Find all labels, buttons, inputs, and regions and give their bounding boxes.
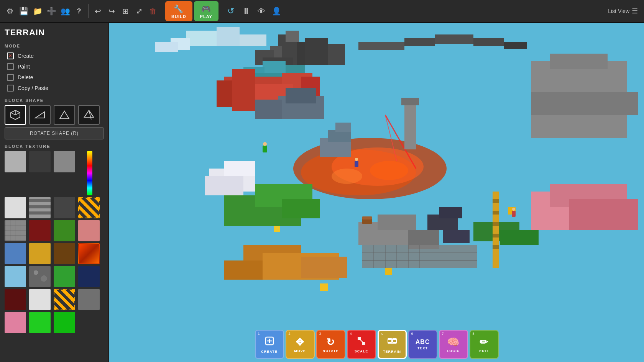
texture-light-gray[interactable] (5, 151, 26, 172)
svg-rect-11 (217, 27, 240, 46)
rotate-tool-button[interactable]: 3 ↻ ROTATE (316, 330, 345, 359)
svg-rect-24 (404, 38, 435, 46)
divider-1 (88, 4, 89, 18)
texture-white-stripe[interactable] (5, 197, 26, 218)
texture-hazard2[interactable] (54, 289, 75, 310)
bottom-toolbar: 1 CREATE 2 ✥ MOVE 3 (109, 330, 644, 362)
texture-dark-red[interactable] (29, 220, 51, 241)
copy-layout-icon[interactable]: ⊞ (119, 5, 131, 17)
rotate-shape-button[interactable]: ROTATE SHAPE (R) (5, 127, 104, 139)
expand-icon[interactable]: ⤢ (133, 5, 145, 17)
shape-pyramid[interactable] (78, 105, 100, 125)
texture-cobble[interactable] (29, 266, 51, 287)
shape-wedge[interactable] (54, 105, 75, 125)
build-button[interactable]: 🔧 BUILD (165, 1, 192, 21)
list-view-label: List View (608, 8, 629, 14)
move-tool-icon: ✥ (296, 336, 304, 348)
texture-pink[interactable] (5, 312, 26, 333)
mode-paint[interactable]: Paint (5, 61, 104, 72)
texture-white[interactable] (29, 289, 51, 310)
svg-rect-35 (217, 80, 232, 107)
terrain-scene (109, 23, 644, 362)
mode-paint-checkbox[interactable] (7, 63, 14, 70)
scale-tool-button[interactable]: 4 SCALE (347, 330, 376, 359)
color-slider[interactable] (87, 151, 92, 195)
mode-delete[interactable]: Delete (5, 72, 104, 83)
mode-delete-checkbox[interactable] (7, 74, 14, 81)
create-tool-button[interactable]: 1 CREATE (255, 330, 284, 359)
settings-icon[interactable]: ⚙ (4, 5, 16, 17)
mode-copy-paste-checkbox[interactable] (7, 85, 14, 92)
texture-grid (5, 151, 104, 333)
svg-rect-68 (385, 268, 392, 275)
logic-tool-button[interactable]: 7 🧠 LOGIC (439, 330, 468, 359)
svg-rect-18 (286, 31, 299, 42)
list-view-button[interactable]: List View ☰ (608, 7, 638, 15)
texture-tile[interactable] (5, 220, 26, 241)
refresh-icon[interactable]: ↺ (225, 5, 237, 17)
texture-dark-red2[interactable] (5, 289, 26, 310)
delete-icon[interactable]: 🗑 (147, 5, 159, 17)
play-gamepad-icon: 🎮 (201, 4, 211, 13)
texture-green2[interactable] (54, 266, 75, 287)
mode-create[interactable]: ✕ Create (5, 51, 104, 61)
texture-green[interactable] (54, 220, 75, 241)
logic-tool-icon: 🧠 (447, 336, 460, 348)
texture-bright-green2[interactable] (54, 312, 75, 333)
shape-slope[interactable] (29, 105, 51, 125)
save-icon[interactable]: 💾 (18, 5, 30, 17)
svg-rect-102 (443, 230, 470, 243)
help-icon[interactable]: ? (73, 5, 85, 17)
move-tool-button[interactable]: 2 ✥ MOVE (286, 330, 315, 359)
mode-copy-paste[interactable]: Copy / Paste (5, 83, 104, 93)
texture-lava[interactable] (78, 243, 100, 264)
undo-icon[interactable]: ↩ (92, 5, 104, 17)
redo-icon[interactable]: ↪ (105, 5, 118, 17)
texture-dirt[interactable] (54, 243, 75, 264)
add-icon[interactable]: ➕ (45, 5, 58, 17)
eye-icon[interactable]: 👁 (255, 5, 268, 17)
scale-tool-label: SCALE (355, 349, 368, 353)
text-tool-button[interactable]: 6 ABC TEXT (408, 330, 437, 359)
play-button[interactable]: 🎮 PLAY (194, 1, 219, 21)
texture-dark-blue[interactable] (78, 266, 100, 287)
mode-create-checkbox[interactable]: ✕ (7, 52, 14, 59)
texture-striped[interactable] (29, 197, 51, 218)
users-icon[interactable]: 👥 (59, 5, 71, 17)
texture-gray-brick[interactable] (54, 151, 75, 172)
person-icon[interactable]: 👤 (271, 5, 283, 17)
color-slider-col (78, 151, 101, 195)
texture-stone2[interactable] (78, 289, 100, 310)
texture-dark-gray[interactable] (29, 151, 51, 172)
svg-rect-33 (232, 69, 255, 111)
shape-cube[interactable] (5, 105, 26, 125)
texture-pink-brick[interactable] (78, 220, 100, 241)
svg-rect-81 (404, 100, 416, 149)
edit-tool-icon: ✏ (480, 336, 488, 348)
scale-tool-icon (356, 336, 366, 349)
terrain-tool-button[interactable]: 5 TERRAIN (378, 330, 407, 359)
texture-gold[interactable] (29, 243, 51, 264)
edit-tool-label: EDIT (479, 349, 489, 353)
svg-rect-67 (320, 283, 328, 291)
pause-icon[interactable]: ⏸ (240, 5, 252, 17)
svg-rect-40 (255, 100, 282, 119)
toolbar-left: ⚙ 💾 📁 ➕ 👥 ? ↩ ↪ ⊞ ⤢ 🗑 (4, 4, 159, 18)
texture-bright-green[interactable] (29, 312, 51, 333)
text-tool-label: TEXT (417, 346, 428, 350)
move-tool-label: MOVE (294, 349, 306, 353)
block-texture-section: BLOCK TEXTURE (5, 144, 104, 333)
play-controls: ↺ ⏸ 👁 👤 (225, 5, 283, 17)
folder-icon[interactable]: 📁 (31, 5, 44, 17)
texture-blue-cracked[interactable] (5, 243, 26, 264)
move-tool-num: 2 (289, 332, 291, 336)
viewport[interactable]: 1 CREATE 2 ✥ MOVE 3 (109, 23, 644, 362)
texture-dark2[interactable] (54, 197, 75, 218)
svg-rect-21 (328, 44, 345, 65)
texture-ice[interactable] (5, 266, 26, 287)
edit-tool-num: 8 (473, 332, 475, 336)
svg-marker-5 (60, 111, 69, 119)
edit-tool-button[interactable]: 8 ✏ EDIT (470, 330, 499, 359)
svg-rect-14 (155, 42, 178, 52)
texture-hazard[interactable] (78, 197, 100, 218)
